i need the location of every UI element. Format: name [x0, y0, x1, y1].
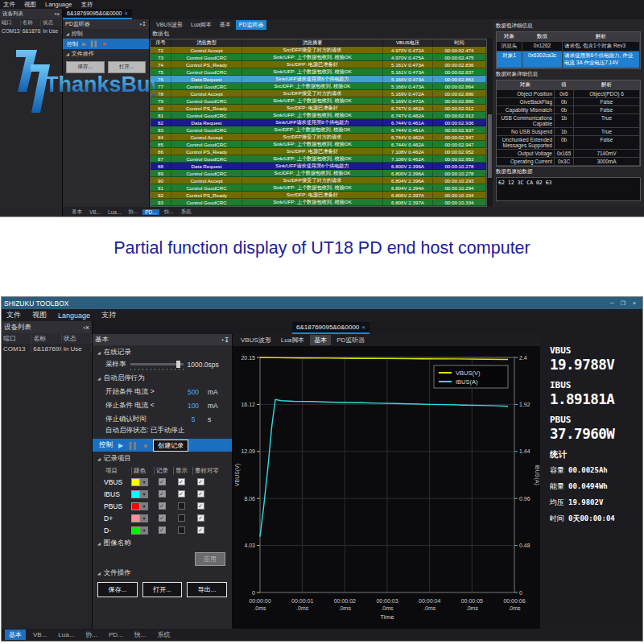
close-icon[interactable]: × [361, 324, 365, 331]
chevron-down-icon[interactable]: ▾ [140, 490, 148, 498]
color-swatch[interactable] [131, 490, 140, 498]
display-checkbox[interactable]: ✓ [178, 514, 185, 522]
stop-icon[interactable]: ■ [144, 442, 148, 449]
chevron-down-icon[interactable]: ▾ [140, 526, 148, 535]
menu-item[interactable]: Language [58, 312, 90, 320]
display-checkbox[interactable]: ✓ [178, 490, 185, 497]
color-swatch[interactable] [131, 478, 140, 486]
zero-checkbox[interactable]: ✓ [197, 514, 204, 522]
close-icon[interactable]: × [85, 324, 89, 332]
mini-tab[interactable]: 快... [130, 630, 151, 640]
scrollbar-thumb[interactable] [488, 114, 492, 178]
content-tab[interactable]: 基本 [217, 20, 234, 30]
title-bar[interactable]: SHIZUKU TOOLBOX ─❐× [2, 297, 642, 309]
color-swatch[interactable] [131, 514, 140, 522]
control-section[interactable]: ◢ 控制 [63, 29, 149, 39]
scrollbar[interactable] [487, 39, 493, 207]
mini-tab[interactable]: Lua... [54, 630, 78, 639]
export-button[interactable]: 导出... [187, 582, 227, 597]
display-checkbox[interactable]: ✓ [178, 526, 185, 534]
mini-tab[interactable]: 协... [126, 208, 140, 216]
display-checkbox[interactable]: ✓ [178, 502, 185, 510]
chevron-down-icon[interactable]: ▾ [140, 514, 148, 522]
zero-checkbox[interactable]: ✓ [197, 490, 204, 497]
zero-checkbox[interactable]: ✓ [197, 526, 204, 534]
menu-item[interactable]: 文件 [6, 310, 21, 320]
mini-tab[interactable]: 系统 [153, 630, 174, 640]
detail-row[interactable]: 消息头 0x1262 请求包, 包含1个对象 Rev3 [497, 42, 640, 52]
stop-current-input[interactable]: 100 [179, 402, 208, 410]
device-row[interactable]: COM136&18769XIn Use [2, 344, 92, 354]
apply-button[interactable]: 应用 [195, 552, 225, 566]
mini-tab[interactable]: 基本 [5, 630, 26, 640]
online-record-section[interactable]: ◢ 在线记录 [93, 347, 232, 358]
close-icon[interactable]: × [125, 10, 128, 16]
confirm-time-input[interactable]: 5 [179, 415, 208, 423]
close-icon[interactable]: × [56, 11, 60, 17]
menu-item[interactable]: 支持 [80, 1, 93, 9]
record-checkbox[interactable]: ✓ [159, 490, 166, 497]
zero-checkbox[interactable]: ✓ [197, 478, 204, 485]
file-ops-section[interactable]: ◢ 文件操作 [63, 49, 149, 59]
record-checkbox[interactable]: ✓ [159, 514, 166, 522]
record-items-section[interactable]: ◢ 记录项目 [93, 453, 232, 464]
pin-icon[interactable]: ↧ [142, 21, 147, 27]
window-control-icon[interactable]: ─ [606, 300, 617, 306]
pin-icon[interactable]: ↧ [224, 336, 229, 344]
play-icon[interactable]: ▶ [118, 442, 123, 449]
menu-item[interactable]: 支持 [101, 310, 116, 320]
record-checkbox[interactable]: ✓ [159, 478, 166, 485]
sample-rate-slider[interactable] [130, 361, 184, 369]
open-button[interactable]: 打开... [142, 582, 183, 597]
file-ops-section[interactable]: ◢ 文件操作 [93, 568, 232, 579]
document-tab[interactable]: 6&18769095&0&0000 × [63, 9, 132, 19]
chevron-down-icon[interactable]: ▾ [140, 502, 148, 510]
content-tab[interactable]: PD监听器 [332, 335, 369, 345]
packet-row[interactable]: 93 Control GoodCRC Sink/UFP: 上个数据包收到, 校验… [151, 199, 486, 206]
save-button[interactable]: 保存... [66, 61, 105, 73]
content-tab[interactable]: VBUS波形 [153, 20, 186, 30]
color-swatch[interactable] [131, 502, 140, 510]
color-swatch[interactable] [131, 526, 140, 535]
window-control-icon[interactable]: ❐ [617, 300, 629, 307]
window-control-icon[interactable]: × [629, 300, 640, 306]
image-name-section[interactable]: ◢ 图像名称 [93, 538, 232, 549]
zero-checkbox[interactable]: ✓ [197, 502, 204, 510]
content-tab[interactable]: Lua脚本 [188, 20, 215, 30]
pause-icon[interactable]: ▌▌ [90, 41, 98, 47]
mini-tab[interactable]: PD... [105, 630, 127, 639]
stop-icon[interactable]: ■ [102, 41, 105, 47]
document-tab[interactable]: 6&18769095&0&0000 × [292, 322, 369, 334]
device-row[interactable]: COM136&18769XIn Use [0, 27, 62, 35]
content-tab[interactable]: 基本 [310, 335, 331, 345]
menu-item[interactable]: 视图 [24, 1, 36, 9]
save-button[interactable]: 保存... [97, 582, 138, 597]
detail-row[interactable]: 对象1 0x6302ca3c 请求使用第6个供电能力, 作业电流 3A 作业电压… [497, 52, 640, 68]
mini-tab[interactable]: Lua... [105, 209, 123, 215]
content-tab[interactable]: VBUS波形 [237, 335, 275, 345]
chevron-down-icon[interactable]: ▾ [140, 478, 148, 486]
record-checkbox[interactable]: ✓ [159, 526, 166, 534]
slider-thumb[interactable] [176, 361, 180, 368]
mini-tab[interactable]: 系统 [179, 208, 194, 216]
mini-tab[interactable]: 基本 [69, 208, 85, 216]
open-button[interactable]: 打开... [108, 61, 147, 73]
display-checkbox[interactable]: ✓ [178, 478, 185, 485]
create-record-button[interactable]: 创建记录 [153, 440, 188, 452]
mini-tab[interactable]: VB... [87, 209, 103, 215]
play-icon[interactable]: ▶ [82, 41, 86, 47]
content-tab[interactable]: PD监听器 [236, 20, 267, 30]
auto-startstop-section[interactable]: ◢ 自动启停行为 [93, 373, 232, 384]
menu-item[interactable]: 文件 [3, 1, 15, 9]
pause-icon[interactable]: ▌▌ [129, 442, 138, 449]
mini-tab[interactable]: PD... [142, 209, 159, 215]
menu-item[interactable]: 视图 [32, 310, 47, 320]
mini-tab[interactable]: 协... [81, 630, 101, 640]
mini-tab[interactable]: 快... [162, 208, 176, 216]
mini-tab[interactable]: VB... [29, 630, 51, 639]
content-tab[interactable]: Lua脚本 [277, 335, 308, 345]
start-current-input[interactable]: 500 [179, 388, 208, 396]
waveform-chart[interactable]: 00:00:00.0ms00:00:01.0ms00:00:02.0ms00:0… [233, 346, 540, 629]
menu-item[interactable]: Language [45, 1, 72, 8]
record-checkbox[interactable]: ✓ [159, 502, 166, 510]
